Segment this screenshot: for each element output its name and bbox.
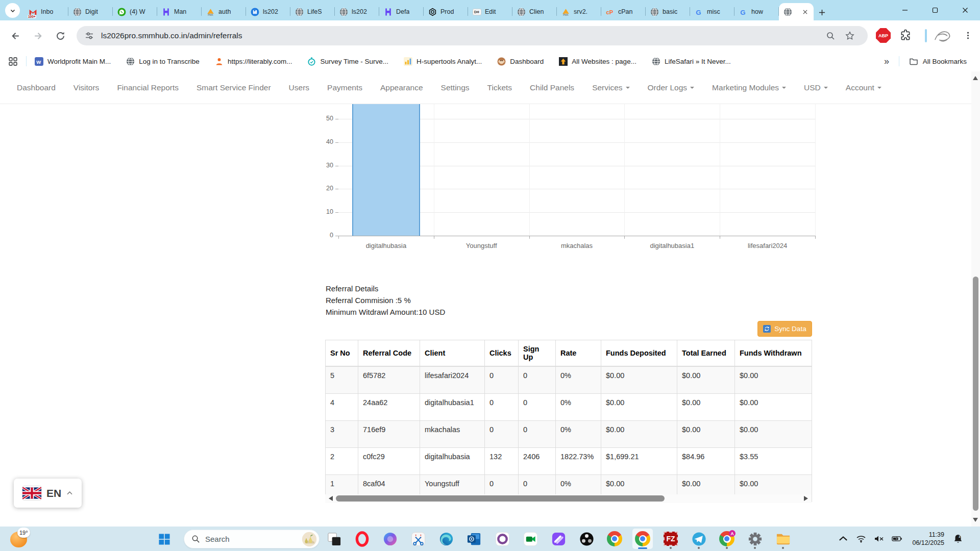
extensions-icon[interactable]: [899, 29, 912, 41]
column-header: Funds Withdrawn: [735, 340, 812, 367]
taskbar-search[interactable]: Search: [184, 530, 320, 548]
browser-tab[interactable]: Clien: [512, 3, 556, 20]
apps-grid-icon[interactable]: [8, 57, 18, 66]
taskbar-app-snipping-tool[interactable]: [408, 529, 428, 549]
chart-bar-digitalhubasia[interactable]: [352, 104, 420, 236]
minimize-button[interactable]: [890, 0, 920, 20]
table-cell: 1822.73%: [556, 448, 601, 475]
scroll-left-arrow[interactable]: [329, 496, 333, 501]
taskbar-app-chrome-profile[interactable]: A: [717, 529, 737, 549]
browser-tab[interactable]: ls202: [246, 3, 290, 20]
browser-tab[interactable]: 100+Inbo: [24, 3, 68, 20]
browser-tab[interactable]: (4) W: [113, 3, 157, 20]
chevron-up-icon[interactable]: [837, 533, 849, 545]
taskbar-apps: FZA: [324, 529, 793, 549]
profile-avatar[interactable]: [932, 28, 953, 44]
site-info-icon[interactable]: [85, 31, 94, 40]
new-tab-button[interactable]: [819, 9, 825, 16]
table-cell: 4: [326, 394, 358, 421]
browser-tab[interactable]: Defa: [379, 3, 423, 20]
browser-tab[interactable]: Prod: [424, 3, 468, 20]
scroll-right-arrow[interactable]: [804, 496, 808, 501]
taskbar-app-file-explorer[interactable]: [773, 529, 793, 549]
vertical-scrollbar[interactable]: [971, 71, 980, 527]
browser-tab[interactable]: ls202: [335, 3, 379, 20]
bookmark-item[interactable]: All Websites : page...: [559, 57, 636, 66]
bookmark-item[interactable]: Survey Time - Surve...: [307, 57, 388, 66]
google-favicon-icon: G: [695, 8, 703, 16]
browser-tab[interactable]: DHEdit: [468, 3, 512, 20]
horizontal-scrollbar[interactable]: [325, 494, 812, 503]
taskbar-app-settings[interactable]: [745, 529, 765, 549]
taskbar-app-outlook[interactable]: [464, 529, 484, 549]
vertical-scroll-thumb[interactable]: [973, 277, 978, 511]
browser-tab[interactable]: LifeS: [290, 3, 334, 20]
browser-menu-icon[interactable]: [962, 29, 974, 41]
taskbar-app-purple-circle-app[interactable]: [492, 529, 512, 549]
weather-widget[interactable]: 19°: [10, 528, 35, 550]
bookmark-item[interactable]: WWorldprofit Main M...: [35, 57, 111, 66]
window-controls: [890, 0, 980, 20]
taskbar-app-task-view[interactable]: [324, 529, 344, 549]
browser-tab[interactable]: cPcPan: [601, 3, 645, 20]
url-text[interactable]: ls2026pro.smmhub.co.in/admin/referrals: [101, 31, 242, 40]
globe-favicon-icon: [783, 8, 792, 16]
taskbar-app-telegram[interactable]: [689, 529, 709, 549]
language-selector[interactable]: EN: [14, 479, 82, 508]
taskbar-app-chrome[interactable]: [632, 529, 653, 549]
tab-close-icon[interactable]: [801, 8, 809, 16]
svg-text:G: G: [740, 8, 745, 16]
taskbar-app-obs[interactable]: [576, 529, 597, 549]
battery-charging-icon[interactable]: [891, 533, 903, 545]
referrals-table: Sr NoReferral CodeClientClicksSign UpRat…: [325, 340, 812, 502]
taskbar-app-copilot[interactable]: [380, 529, 400, 549]
browser-tab[interactable]: basic: [646, 3, 690, 20]
scroll-down-arrow[interactable]: [973, 518, 978, 522]
adblock-extension-icon[interactable]: ABP: [876, 28, 891, 43]
taskbar-app-chrome[interactable]: [604, 529, 625, 549]
taskbar-app-edge[interactable]: [436, 529, 456, 549]
bookmark-item[interactable]: LifeSafari » It Never...: [652, 57, 731, 66]
svg-text:W: W: [36, 59, 41, 64]
horizontal-scroll-thumb[interactable]: [336, 495, 665, 502]
close-button[interactable]: [950, 0, 980, 20]
zoom-icon[interactable]: [826, 31, 835, 40]
taskbar-clock[interactable]: 11:39 06/12/2025: [912, 531, 944, 547]
sync-data-button[interactable]: Sync Data: [757, 321, 812, 337]
bookmark-star-icon[interactable]: [845, 31, 854, 40]
taskbar-app-google-meet[interactable]: [520, 529, 541, 549]
back-button[interactable]: [6, 27, 24, 45]
wifi-icon[interactable]: [855, 533, 867, 545]
scroll-up-arrow[interactable]: [973, 76, 978, 80]
notification-bell-icon[interactable]: z: [952, 533, 964, 544]
address-bar[interactable]: ls2026pro.smmhub.co.in/admin/referrals: [77, 26, 868, 45]
browser-tab[interactable]: Gmisc: [690, 3, 734, 20]
temperature-badge: 19°: [17, 528, 30, 538]
browser-tab[interactable]: Ghow: [734, 3, 778, 20]
bookmark-item[interactable]: https://literably.com...: [215, 57, 292, 66]
profile-badge: A: [729, 530, 736, 537]
browser-tab[interactable]: PMAauth: [202, 3, 246, 20]
hostinger-favicon-icon: [162, 8, 170, 16]
bookmark-item[interactable]: Dashboard: [497, 57, 544, 66]
taskbar-app-opera[interactable]: [352, 529, 372, 549]
taskbar-app-clipchamp[interactable]: [548, 529, 569, 549]
tab-search-button[interactable]: [5, 3, 20, 18]
taskbar-app-filezilla[interactable]: FZ: [660, 529, 681, 549]
forward-button[interactable]: [29, 27, 47, 45]
table-cell: 0: [519, 394, 556, 421]
bookmark-item[interactable]: H-supertools Analyt...: [404, 57, 482, 66]
all-bookmarks-button[interactable]: All Bookmarks: [909, 57, 967, 66]
bookmarks-overflow-chevron[interactable]: »: [884, 56, 889, 67]
svg-text:G: G: [696, 8, 701, 16]
start-button[interactable]: [155, 530, 174, 548]
referral-bar-chart: 01020304050digitalhubasiaYoungstuffmkach…: [0, 71, 971, 337]
maximize-button[interactable]: [920, 0, 950, 20]
volume-muted-icon[interactable]: [873, 533, 885, 545]
browser-tab-active[interactable]: [779, 3, 814, 20]
browser-tab[interactable]: Man: [157, 3, 201, 20]
browser-tab[interactable]: PMAsrv2.: [557, 3, 601, 20]
bookmark-item[interactable]: Log in to Transcribe: [126, 57, 200, 66]
reload-button[interactable]: [51, 27, 69, 45]
browser-tab[interactable]: Digit: [68, 3, 112, 20]
